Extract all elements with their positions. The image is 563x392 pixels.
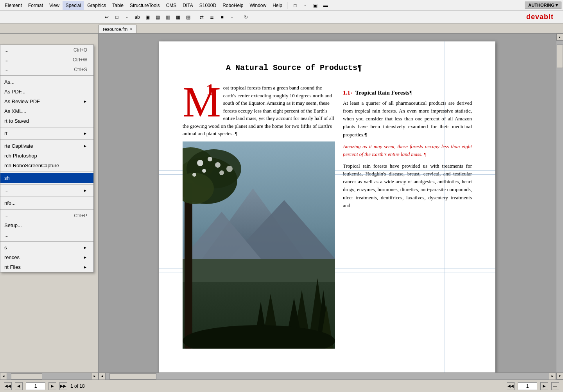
- logo: devabit: [526, 13, 554, 21]
- menu-sep-2: [0, 127, 93, 127]
- menu-print-setup[interactable]: Setup...: [0, 220, 93, 230]
- page-next-button[interactable]: ▶: [48, 382, 56, 390]
- menu-info[interactable]: nfo...: [0, 198, 93, 208]
- tab-close-button[interactable]: ×: [130, 27, 132, 31]
- toolbar-btn-align-left[interactable]: ⇄: [197, 13, 206, 22]
- menu-print[interactable]: ... Ctrl+P: [0, 211, 93, 220]
- menu-save-as-xml[interactable]: As XML...: [0, 106, 93, 116]
- menu-arrow-recent: ►: [83, 265, 87, 269]
- menu-print-shortcut: Ctrl+P: [74, 213, 87, 218]
- zoom-increase-button[interactable]: ▶: [540, 382, 548, 390]
- redo-button[interactable]: □: [112, 13, 122, 22]
- page-number-input[interactable]: [26, 382, 45, 390]
- vscroll-down-button[interactable]: ▼: [556, 372, 563, 379]
- menu-help[interactable]: Help: [269, 1, 285, 10]
- toolbar-btn-9[interactable]: ▧: [183, 13, 193, 22]
- menu-save[interactable]: ... Ctrl+S: [0, 64, 93, 74]
- menu-captivate[interactable]: rte Captivate ►: [0, 141, 93, 151]
- page-prev-button[interactable]: ◀: [15, 382, 23, 390]
- vscroll-up-button[interactable]: ▲: [556, 34, 563, 41]
- menubar-right: AUTHORING ▾: [525, 2, 561, 9]
- svg-point-13: [215, 162, 221, 168]
- doc-scroll-area[interactable]: 1 A Natural Source of Products¶ M ost tr…: [99, 34, 556, 379]
- menu-dots2-label: ...: [4, 232, 87, 238]
- zoom-input[interactable]: [518, 382, 537, 390]
- doc-page: 1 A Natural Source of Products¶ M ost tr…: [159, 41, 495, 379]
- zoom-decrease-button[interactable]: ◀◀: [507, 382, 515, 390]
- intro-section: M ost tropical forests form a green band…: [183, 84, 335, 138]
- menu-format[interactable]: Format: [25, 1, 46, 10]
- menu-cms[interactable]: CMS: [163, 1, 180, 10]
- menu-save-as[interactable]: As...: [0, 77, 93, 87]
- doc-right-column: 1.1› Tropical Rain Forests¶ At least a q…: [343, 84, 472, 349]
- menu-publish[interactable]: sh: [0, 173, 93, 183]
- doc-hscroll-thumb[interactable]: [109, 373, 156, 379]
- menu-print-setup-label: Setup...: [4, 222, 87, 228]
- authoring-badge[interactable]: AUTHORING ▾: [525, 2, 561, 9]
- menu-open[interactable]: ... Ctrl+O: [0, 45, 93, 55]
- doc-content-row: M ost tropical forests form a green band…: [183, 84, 472, 349]
- left-hscroll-left[interactable]: ◄: [0, 373, 7, 380]
- menu-element[interactable]: Element: [2, 1, 25, 10]
- menu-view[interactable]: View: [46, 1, 63, 10]
- toolbar-btn-align-center[interactable]: ≣: [207, 13, 217, 22]
- vscroll-thumb[interactable]: [557, 45, 563, 68]
- toolbar-icon-2[interactable]: ▫: [301, 1, 310, 10]
- menu-scripts[interactable]: s ►: [0, 243, 93, 252]
- toolbar-icon-1[interactable]: □: [290, 1, 300, 10]
- menu-special[interactable]: Special: [63, 1, 84, 10]
- doc-hscroll-left[interactable]: ◄: [99, 373, 106, 380]
- menu-save-as-review-pdf[interactable]: As Review PDF ►: [0, 97, 93, 106]
- page-first-button[interactable]: ◀◀: [4, 382, 12, 390]
- doc-hscroll-right[interactable]: ►: [549, 373, 556, 380]
- chapter-title: A Natural Source of Products¶: [226, 61, 362, 72]
- svg-point-16: [192, 173, 196, 177]
- menu-roboscreencapture[interactable]: rch RoboScreenCapture: [0, 161, 93, 170]
- document-area: 1 A Natural Source of Products¶ M ost tr…: [99, 34, 563, 379]
- menu-dots2[interactable]: ...: [0, 230, 93, 240]
- menu-photoshop[interactable]: rch Photoshop: [0, 151, 93, 161]
- zoom-fit-button[interactable]: —: [551, 382, 559, 390]
- doc-hscrollbar: ◄ ►: [99, 372, 556, 379]
- left-hscroll-thumb[interactable]: [11, 373, 42, 379]
- toolbar-btn-table[interactable]: ■: [217, 13, 227, 22]
- menu-structuretools[interactable]: StructureTools: [127, 1, 163, 10]
- menubar: Element Format View Special Graphics Tab…: [0, 0, 563, 11]
- menu-publish-label: sh: [4, 175, 87, 181]
- menu-import[interactable]: rt ►: [0, 129, 93, 138]
- toolbar-btn-refresh[interactable]: ↻: [241, 13, 251, 22]
- menu-preferences[interactable]: rences ►: [0, 252, 93, 262]
- menu-revert-to-saved[interactable]: rt to Saved: [0, 116, 93, 126]
- toolbar-btn-7[interactable]: ▥: [163, 13, 172, 22]
- toolbar-btn-3[interactable]: ▫: [122, 13, 132, 22]
- menu-dita[interactable]: DITA: [179, 1, 196, 10]
- menu-save-as-pdf[interactable]: As PDF...: [0, 87, 93, 97]
- menu-s1000d[interactable]: S1000D: [196, 1, 219, 10]
- toolbar-sep-3: [239, 13, 239, 21]
- toolbar-btn-4[interactable]: ab: [133, 13, 142, 22]
- left-hscroll-right[interactable]: ►: [91, 373, 98, 380]
- chapter-number: 1: [206, 81, 214, 99]
- menu-dots[interactable]: ... ►: [0, 186, 93, 195]
- menu-graphics[interactable]: Graphics: [84, 1, 109, 10]
- document-tab[interactable]: resource.fm ×: [99, 25, 136, 33]
- forest-image: [183, 141, 335, 349]
- menu-window[interactable]: Window: [247, 1, 270, 10]
- menu-preferences-label: rences: [4, 254, 83, 260]
- section1-body1: At least a quarter of all pharmaceutical…: [343, 99, 472, 139]
- toolbar-btn-8[interactable]: ▦: [173, 13, 183, 22]
- menu-save-as-pdf-label: As PDF...: [4, 89, 87, 95]
- toolbar-btn-table2[interactable]: ▫: [228, 13, 237, 22]
- menu-close[interactable]: ... Ctrl+W: [0, 55, 93, 64]
- page-last-button[interactable]: ▶▶: [59, 382, 67, 390]
- menu-table[interactable]: Table: [109, 1, 127, 10]
- menu-save-label: ...: [4, 66, 74, 72]
- toolbar-icon-4[interactable]: ▬: [321, 1, 330, 10]
- toolbar-icon-3[interactable]: ▣: [311, 1, 320, 10]
- undo-button[interactable]: ↩: [102, 13, 111, 22]
- section1-body2: Tropical rain forests have provided us w…: [343, 162, 472, 209]
- toolbar-btn-5[interactable]: ▣: [143, 13, 152, 22]
- menu-recent-files[interactable]: nt Files ►: [0, 262, 93, 272]
- menu-robohelp[interactable]: RoboHelp: [219, 1, 246, 10]
- toolbar-btn-6[interactable]: ▤: [153, 13, 162, 22]
